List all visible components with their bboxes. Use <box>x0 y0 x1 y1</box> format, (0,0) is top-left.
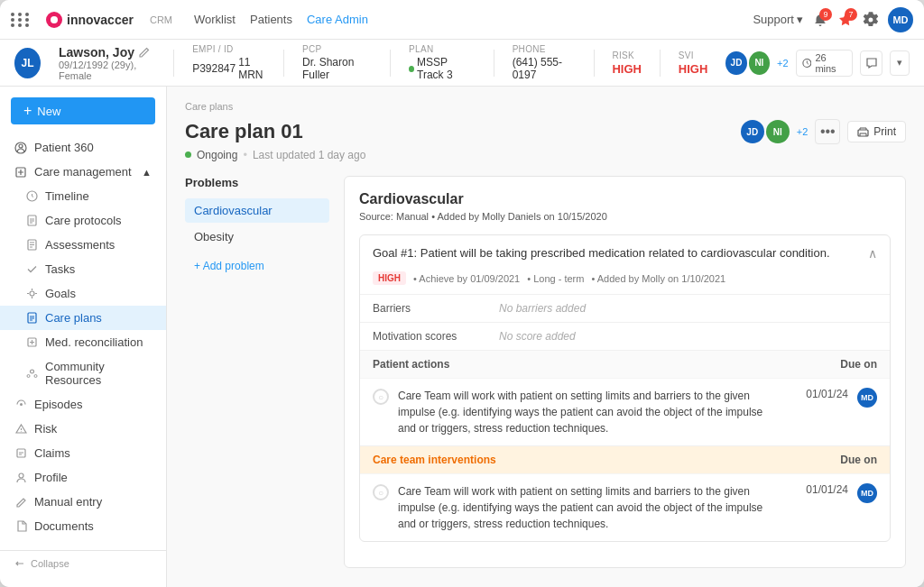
user-avatar[interactable]: MD <box>888 7 913 32</box>
barriers-row: Barriers No barriers added <box>360 294 890 322</box>
care-mgmt-icon <box>14 166 27 179</box>
documents-icon <box>14 520 27 533</box>
sidebar-item-patient360[interactable]: Patient 360 <box>0 135 166 160</box>
patient-phone-field: Phone (641) 555-0197 <box>513 44 576 81</box>
patient-risk: HIGH <box>612 62 642 76</box>
motivation-row: Motivation scores No score added <box>360 322 890 350</box>
sidebar-item-med-reconciliation[interactable]: Med. reconciliation <box>0 330 166 354</box>
barriers-label: Barriers <box>373 302 499 315</box>
edit-icon[interactable] <box>139 47 150 58</box>
top-navigation: innovaccer CRM Worklist Patients Care Ad… <box>0 0 924 40</box>
sidebar-item-assessments[interactable]: Assessments <box>0 233 166 257</box>
print-button[interactable]: Print <box>847 121 906 142</box>
action-due: 01/01/24 <box>785 388 848 400</box>
status-text: Ongoing <box>197 149 237 161</box>
patient-plan: MSSP Track 3 <box>417 56 476 81</box>
crm-label: CRM <box>150 14 172 25</box>
nav-patients[interactable]: Patients <box>250 13 292 26</box>
collapse-icon <box>14 558 25 569</box>
sidebar-item-profile[interactable]: Profile <box>0 465 166 490</box>
care-protocols-icon <box>25 215 38 227</box>
added-by-tag: • Added by Molly on 1/10/2021 <box>591 273 725 284</box>
new-button[interactable]: + New <box>11 97 155 124</box>
problem-item-cardiovascular[interactable]: Cardiovascular <box>185 198 329 223</box>
sidebar: + New Patient 360 Care management ▲ <box>0 87 167 587</box>
support-button[interactable]: Support ▾ <box>753 13 803 26</box>
content-area: Care plans Care plan 01 JD NI +2 ••• Pri… <box>167 87 924 587</box>
goal-tags: HIGH • Achieve by 01/09/2021 • Long - te… <box>360 271 890 294</box>
sidebar-item-care-plans[interactable]: Care plans <box>0 306 166 330</box>
svg-point-12 <box>30 370 33 373</box>
interventions-due-label: Due on <box>814 454 877 466</box>
patient-header-right: JD NI +2 26 mins ▾ <box>725 50 910 77</box>
assignee-avatar-jd: JD <box>725 51 746 75</box>
sidebar-item-tasks[interactable]: Tasks <box>0 257 166 281</box>
condition-title: Cardiovascular <box>359 191 891 207</box>
patient-actions-header: Patient actions Due on <box>360 350 890 378</box>
expand-button[interactable]: ▾ <box>890 50 910 76</box>
sidebar-item-care-protocols[interactable]: Care protocols <box>0 208 166 233</box>
term-tag: • Long - term <box>527 273 584 284</box>
patient-phone: (641) 555-0197 <box>513 56 576 81</box>
sidebar-item-risk[interactable]: Risk <box>0 417 166 441</box>
nav-links: Worklist Patients Care Admin <box>194 13 368 26</box>
nav-right: Support ▾ 9 7 MD <box>753 7 913 32</box>
problem-item-obesity[interactable]: Obesity <box>185 225 329 249</box>
care-plans-icon <box>25 312 38 325</box>
sidebar-item-manual-entry[interactable]: Manual entry <box>0 490 166 514</box>
cp-more-assignees[interactable]: +2 <box>797 126 808 137</box>
sidebar-item-community-resources[interactable]: Community Resources <box>0 354 166 392</box>
grid-menu-icon[interactable] <box>11 13 31 27</box>
sidebar-care-management[interactable]: Care management ▲ <box>0 160 166 184</box>
action-checkbox[interactable]: ○ <box>373 389 389 405</box>
episodes-icon <box>14 399 27 411</box>
motivation-label: Motivation scores <box>373 330 499 343</box>
timeline-icon <box>25 190 38 203</box>
goal-card: Goal #1: Patient will be taking prescrib… <box>359 234 891 542</box>
claims-icon <box>14 447 27 460</box>
svg-point-9 <box>30 291 34 296</box>
svg-point-14 <box>34 374 37 377</box>
timer-badge[interactable]: 26 mins <box>796 50 853 77</box>
condition-source: Source: Manual • Added by Molly Daniels … <box>359 211 891 222</box>
patient-empi: P392847 <box>192 62 236 75</box>
manual-entry-icon <box>14 496 27 509</box>
last-updated: Last updated 1 day ago <box>253 149 365 161</box>
sidebar-item-episodes[interactable]: Episodes <box>0 392 166 417</box>
sidebar-item-timeline[interactable]: Timeline <box>0 184 166 208</box>
more-assignees[interactable]: +2 <box>777 58 789 69</box>
nav-care-admin[interactable]: Care Admin <box>307 13 368 26</box>
chat-icon[interactable] <box>860 50 882 76</box>
print-icon <box>857 126 869 138</box>
patient-name: Lawson, Joy <box>59 45 134 60</box>
patient-mrn: 11 MRN <box>238 56 265 81</box>
patient-empi-field: EMPI / ID P392847 11 MRN <box>192 44 265 81</box>
sidebar-collapse[interactable]: Collapse <box>0 550 166 576</box>
notification-icon-1[interactable]: 9 <box>812 12 828 28</box>
main-area: + New Patient 360 Care management ▲ <box>0 87 924 587</box>
patient-actions-label: Patient actions <box>373 358 814 371</box>
settings-icon[interactable] <box>863 12 879 28</box>
svg-point-15 <box>20 403 23 406</box>
goal-chevron-icon[interactable]: ∧ <box>868 246 877 261</box>
sidebar-item-goals[interactable]: Goals <box>0 281 166 306</box>
notification-icon-2[interactable]: 7 <box>837 12 854 28</box>
patient-pcp: Dr. Sharon Fuller <box>302 56 372 81</box>
patient-svi: HIGH <box>679 62 708 76</box>
sidebar-item-claims[interactable]: Claims <box>0 441 166 465</box>
svg-point-17 <box>19 473 23 478</box>
patient-actions-due-label: Due on <box>814 358 877 371</box>
intervention-checkbox[interactable]: ○ <box>373 484 389 500</box>
svg-point-1 <box>51 16 58 23</box>
add-problem-button[interactable]: + Add problem <box>185 256 329 276</box>
problems-panel: Problems Cardiovascular Obesity + Add pr… <box>185 176 329 568</box>
nav-worklist[interactable]: Worklist <box>194 13 236 26</box>
assessments-icon <box>25 239 38 252</box>
assignee-avatar-ni: NI <box>749 51 770 75</box>
risk-icon <box>14 423 27 436</box>
patient-header: JL Lawson, Joy 09/12/1992 (29y), Female … <box>0 40 924 87</box>
more-options-button[interactable]: ••• <box>815 119 840 144</box>
profile-icon <box>14 472 27 484</box>
breadcrumb: Care plans <box>185 101 906 112</box>
sidebar-item-documents[interactable]: Documents <box>0 514 166 538</box>
